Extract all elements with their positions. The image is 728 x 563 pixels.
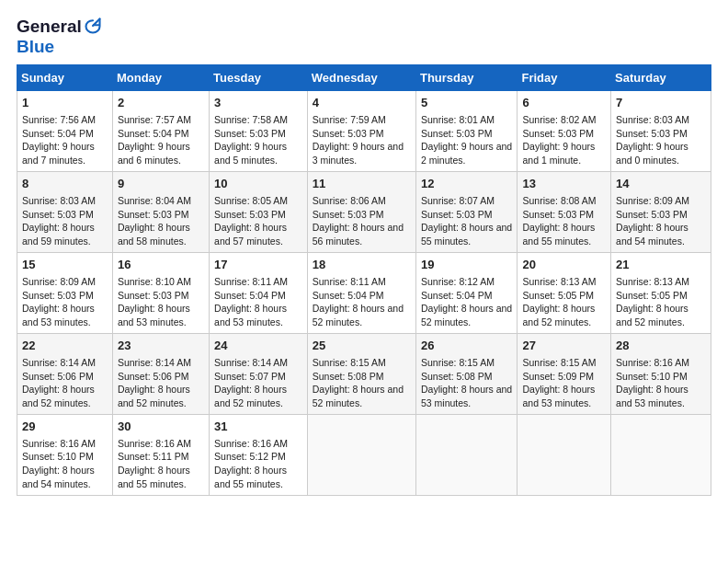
sunrise-text: Sunrise: 8:03 AM [616,114,689,125]
day-number: 13 [522,176,606,192]
page-header: General Blue [17,17,711,57]
calendar-cell: 19Sunrise: 8:12 AMSunset: 5:04 PMDayligh… [415,252,518,333]
calendar-cell: 6Sunrise: 8:02 AMSunset: 5:03 PMDaylight… [518,90,611,171]
daylight-text: Daylight: 8 hours and 57 minutes. [214,222,287,247]
daylight-text: Daylight: 8 hours and 52 minutes. [616,303,688,327]
day-number: 12 [421,176,513,192]
day-number: 4 [313,95,411,111]
sunrise-text: Sunrise: 8:09 AM [22,276,96,287]
day-number: 27 [522,338,606,354]
calendar-week-row: 15Sunrise: 8:09 AMSunset: 5:03 PMDayligh… [17,252,711,333]
calendar-cell [307,414,415,495]
day-number: 21 [616,257,706,273]
calendar-cell: 25Sunrise: 8:15 AMSunset: 5:08 PMDayligh… [307,333,415,414]
sunset-text: Sunset: 5:10 PM [616,371,688,382]
sunrise-text: Sunrise: 7:56 AM [22,114,96,125]
sunset-text: Sunset: 5:08 PM [421,371,493,382]
daylight-text: Daylight: 8 hours and 53 minutes. [421,384,512,408]
calendar-cell: 31Sunrise: 8:16 AMSunset: 5:12 PMDayligh… [210,414,308,495]
daylight-text: Daylight: 8 hours and 52 minutes. [214,384,287,408]
sunrise-text: Sunrise: 8:15 AM [421,357,495,368]
day-number: 18 [313,257,411,273]
calendar-cell: 16Sunrise: 8:10 AMSunset: 5:03 PMDayligh… [112,252,209,333]
sunset-text: Sunset: 5:03 PM [22,290,94,301]
col-header-thursday: Thursday [415,64,518,90]
sunset-text: Sunset: 5:06 PM [22,371,94,382]
day-number: 16 [118,257,204,273]
calendar-cell: 12Sunrise: 8:07 AMSunset: 5:03 PMDayligh… [415,171,518,252]
calendar-cell [611,414,711,495]
daylight-text: Daylight: 9 hours and 2 minutes. [421,141,512,166]
sunrise-text: Sunrise: 7:58 AM [214,114,288,125]
daylight-text: Daylight: 8 hours and 54 minutes. [616,222,688,247]
col-header-saturday: Saturday [611,64,711,90]
sunrise-text: Sunrise: 8:09 AM [616,195,689,206]
sunset-text: Sunset: 5:04 PM [313,290,384,301]
sunrise-text: Sunrise: 8:12 AM [421,276,495,287]
col-header-wednesday: Wednesday [307,64,415,90]
sunset-text: Sunset: 5:09 PM [522,371,594,382]
sunrise-text: Sunrise: 8:14 AM [22,357,96,368]
logo: General Blue [17,17,102,57]
calendar-cell: 14Sunrise: 8:09 AMSunset: 5:03 PMDayligh… [611,171,711,252]
daylight-text: Daylight: 9 hours and 3 minutes. [313,141,404,166]
sunset-text: Sunset: 5:08 PM [313,371,384,382]
day-number: 26 [421,338,513,354]
day-number: 3 [214,95,302,111]
daylight-text: Daylight: 9 hours and 1 minute. [522,141,595,166]
sunset-text: Sunset: 5:04 PM [22,128,94,139]
sunset-text: Sunset: 5:03 PM [522,209,594,220]
sunset-text: Sunset: 5:06 PM [118,371,189,382]
logo-icon [84,17,102,35]
calendar-table: SundayMondayTuesdayWednesdayThursdayFrid… [17,64,711,496]
calendar-cell: 26Sunrise: 8:15 AMSunset: 5:08 PMDayligh… [415,333,518,414]
calendar-cell: 23Sunrise: 8:14 AMSunset: 5:06 PMDayligh… [112,333,209,414]
sunrise-text: Sunrise: 8:14 AM [214,357,288,368]
calendar-cell: 22Sunrise: 8:14 AMSunset: 5:06 PMDayligh… [17,333,113,414]
calendar-cell: 15Sunrise: 8:09 AMSunset: 5:03 PMDayligh… [17,252,113,333]
calendar-cell: 29Sunrise: 8:16 AMSunset: 5:10 PMDayligh… [17,414,113,495]
sunrise-text: Sunrise: 8:08 AM [522,195,596,206]
col-header-sunday: Sunday [17,64,113,90]
day-number: 5 [421,95,513,111]
sunrise-text: Sunrise: 8:16 AM [616,357,689,368]
sunrise-text: Sunrise: 8:10 AM [118,276,191,287]
col-header-monday: Monday [112,64,209,90]
sunset-text: Sunset: 5:07 PM [214,371,286,382]
col-header-friday: Friday [518,64,611,90]
calendar-cell: 3Sunrise: 7:58 AMSunset: 5:03 PMDaylight… [210,90,308,171]
calendar-cell [518,414,611,495]
day-number: 6 [522,95,606,111]
day-number: 30 [118,419,204,435]
daylight-text: Daylight: 8 hours and 52 minutes. [313,303,404,327]
daylight-text: Daylight: 8 hours and 52 minutes. [522,303,595,327]
sunrise-text: Sunrise: 8:05 AM [214,195,288,206]
day-number: 15 [22,257,108,273]
sunset-text: Sunset: 5:03 PM [421,209,493,220]
daylight-text: Daylight: 9 hours and 5 minutes. [214,141,287,166]
sunset-text: Sunset: 5:03 PM [118,290,189,301]
sunset-text: Sunset: 5:04 PM [214,290,286,301]
daylight-text: Daylight: 8 hours and 52 minutes. [421,303,512,327]
daylight-text: Daylight: 9 hours and 0 minutes. [616,141,688,166]
day-number: 8 [22,176,108,192]
day-number: 17 [214,257,302,273]
day-number: 9 [118,176,204,192]
daylight-text: Daylight: 9 hours and 6 minutes. [118,141,190,166]
daylight-text: Daylight: 8 hours and 56 minutes. [313,222,404,247]
day-number: 19 [421,257,513,273]
calendar-cell: 20Sunrise: 8:13 AMSunset: 5:05 PMDayligh… [518,252,611,333]
sunrise-text: Sunrise: 7:59 AM [313,114,386,125]
sunset-text: Sunset: 5:04 PM [118,128,189,139]
day-number: 11 [313,176,411,192]
sunset-text: Sunset: 5:03 PM [616,209,688,220]
day-number: 31 [214,419,302,435]
calendar-cell [415,414,518,495]
daylight-text: Daylight: 8 hours and 53 minutes. [22,303,95,327]
daylight-text: Daylight: 8 hours and 52 minutes. [313,384,404,408]
calendar-cell: 28Sunrise: 8:16 AMSunset: 5:10 PMDayligh… [611,333,711,414]
calendar-cell: 1Sunrise: 7:56 AMSunset: 5:04 PMDaylight… [17,90,113,171]
sunrise-text: Sunrise: 8:04 AM [118,195,191,206]
calendar-cell: 7Sunrise: 8:03 AMSunset: 5:03 PMDaylight… [611,90,711,171]
calendar-cell: 13Sunrise: 8:08 AMSunset: 5:03 PMDayligh… [518,171,611,252]
